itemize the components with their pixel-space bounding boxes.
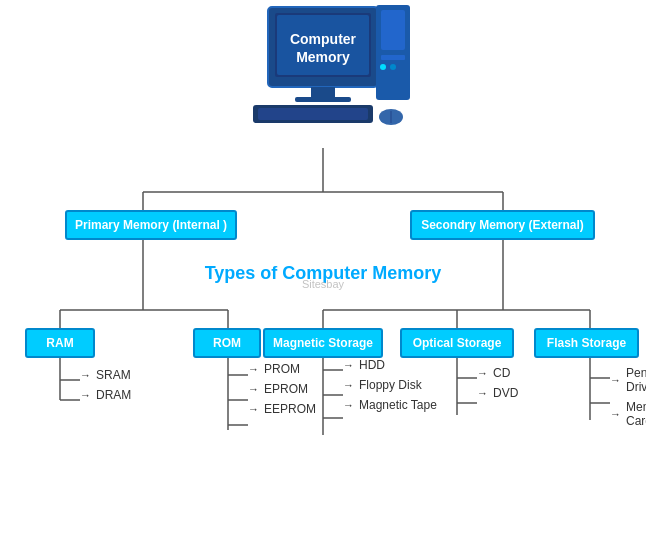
diagram-container: Computer Memory Types of Computer Memory… <box>0 0 646 542</box>
optical-item-1: CD <box>477 366 518 380</box>
primary-memory-node: Primary Memory (Internal ) <box>65 210 237 240</box>
rom-subitems: PROM EPROM EEPROM <box>248 362 316 422</box>
ram-node: RAM <box>25 328 95 358</box>
ram-item-2: DRAM <box>80 388 131 402</box>
secondary-memory-node: Secondry Memory (External) <box>410 210 595 240</box>
computer-title: Computer Memory <box>283 30 363 66</box>
magnetic-item-2: Floppy Disk <box>343 378 437 392</box>
optical-node: Optical Storage <box>400 328 514 358</box>
svg-rect-34 <box>295 97 351 102</box>
computer-image: Computer Memory <box>233 5 413 150</box>
magnetic-node: Magnetic Storage <box>263 328 383 358</box>
ram-subitems: SRAM DRAM <box>80 368 131 408</box>
optical-subitems: CD DVD <box>477 366 518 406</box>
rom-item-3: EEPROM <box>248 402 316 416</box>
svg-rect-33 <box>311 87 335 97</box>
optical-item-2: DVD <box>477 386 518 400</box>
flash-subitems: Pen Drive Memory Card <box>610 366 646 434</box>
magnetic-item-3: Magnetic Tape <box>343 398 437 412</box>
flash-node: Flash Storage <box>534 328 639 358</box>
rom-node: ROM <box>193 328 261 358</box>
svg-rect-40 <box>381 10 405 50</box>
svg-rect-36 <box>258 108 368 120</box>
svg-point-43 <box>390 64 396 70</box>
magnetic-item-1: HDD <box>343 358 437 372</box>
rom-item-1: PROM <box>248 362 316 376</box>
watermark: Sitesbay <box>302 278 344 290</box>
flash-item-1: Pen Drive <box>610 366 646 394</box>
ram-item-1: SRAM <box>80 368 131 382</box>
svg-rect-41 <box>381 55 405 60</box>
flash-item-2: Memory Card <box>610 400 646 428</box>
svg-point-42 <box>380 64 386 70</box>
magnetic-subitems: HDD Floppy Disk Magnetic Tape <box>343 358 437 418</box>
rom-item-2: EPROM <box>248 382 316 396</box>
